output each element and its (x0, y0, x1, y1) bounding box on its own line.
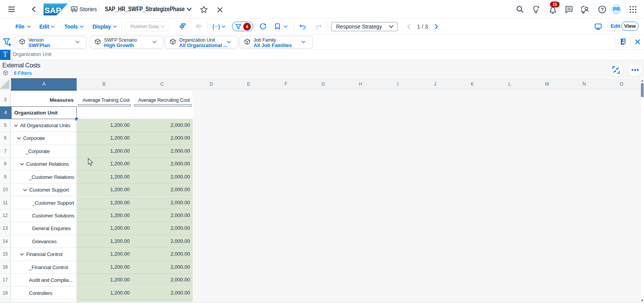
svg-text:SAP: SAP (45, 6, 61, 15)
svg-text:?: ? (601, 7, 604, 12)
